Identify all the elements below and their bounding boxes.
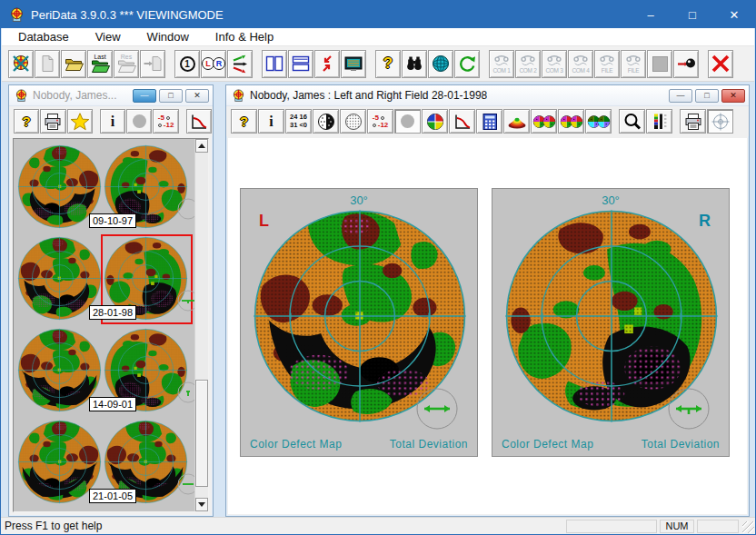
color-scale-button[interactable] xyxy=(646,109,672,134)
crosshair-icon xyxy=(711,112,731,132)
scroll-down-button[interactable] xyxy=(195,498,208,511)
import-exam-button[interactable] xyxy=(140,50,165,78)
color-map-button[interactable] xyxy=(422,109,448,134)
child-close-button[interactable]: ✕ xyxy=(721,89,745,103)
bebie-curve-button[interactable] xyxy=(449,109,475,134)
info-button[interactable]: i xyxy=(100,109,125,134)
com2-button[interactable]: COM 2 xyxy=(515,50,541,78)
values-table-button[interactable]: 24 16 31 <0 xyxy=(285,109,312,134)
child-restore-button[interactable]: □ xyxy=(159,89,183,103)
map-pair-icon xyxy=(559,113,584,131)
app-icon xyxy=(9,7,25,23)
file-label: FILE xyxy=(628,67,640,74)
menu-database[interactable]: Database xyxy=(9,30,78,44)
color-pie-icon xyxy=(425,112,445,132)
menu-info-help[interactable]: Info & Help xyxy=(206,30,283,44)
curve-icon xyxy=(189,112,209,132)
scrollbar-thumb[interactable] xyxy=(195,380,208,487)
file-export-button[interactable]: FILE xyxy=(594,50,620,78)
window-title: PeriData 3.9.0.3 *** VIEWINGMODE xyxy=(31,8,224,22)
res-folder-icon xyxy=(116,60,136,74)
exam-date-label: 21-01-05 xyxy=(89,489,136,503)
open-last-button[interactable]: Last xyxy=(87,50,113,78)
tile-horizontal-button[interactable] xyxy=(288,50,313,78)
gray-map-button[interactable] xyxy=(126,109,152,134)
single-field-button[interactable]: 1 xyxy=(174,50,200,78)
compare-series-button-1[interactable] xyxy=(531,109,557,134)
calculator-icon xyxy=(480,112,500,132)
fixation-indicator-icon xyxy=(413,385,461,432)
help-button[interactable]: ? xyxy=(375,50,401,78)
open-database-button[interactable] xyxy=(61,50,86,78)
dotted-map-button[interactable] xyxy=(340,109,366,134)
file-import-button[interactable]: FILE xyxy=(621,50,646,78)
favorites-button[interactable] xyxy=(67,109,93,134)
exit-button[interactable] xyxy=(708,50,733,78)
maximize-button[interactable]: □ xyxy=(671,1,713,28)
open-result-button[interactable]: Res xyxy=(114,50,139,78)
toolbar-separator xyxy=(94,106,100,136)
down-arrow-icon xyxy=(198,502,205,507)
gray-map-button[interactable] xyxy=(394,109,421,134)
child-minimize-button[interactable]: — xyxy=(669,89,692,103)
list-scrollbar[interactable] xyxy=(194,139,208,511)
resize-grip[interactable] xyxy=(742,521,754,533)
minimize-button[interactable]: – xyxy=(630,1,671,28)
bebie-curve-button[interactable] xyxy=(186,109,212,134)
blank-button[interactable] xyxy=(647,50,672,78)
single-field-icon: 1 xyxy=(180,56,195,72)
menu-view[interactable]: View xyxy=(86,30,130,44)
num-lock-indicator: NUM xyxy=(660,520,694,533)
exam-date-label: 28-01-98 xyxy=(89,305,136,320)
printer-icon xyxy=(43,112,63,132)
com1-button[interactable]: COM 1 xyxy=(489,50,514,78)
web-button[interactable] xyxy=(428,50,453,78)
defect-values-button[interactable]: -5 -12 xyxy=(153,109,178,134)
child-maximize-button[interactable]: □ xyxy=(695,89,719,103)
com4-button[interactable]: COM 4 xyxy=(568,50,593,78)
left-right-field-button[interactable]: L R xyxy=(201,50,226,78)
hill-of-vision-button[interactable] xyxy=(503,109,530,134)
gray-circle-icon xyxy=(133,114,146,128)
exam-date-label: 14-09-01 xyxy=(89,397,136,411)
new-exam-button[interactable] xyxy=(35,50,60,78)
compare-series-button-3[interactable] xyxy=(585,109,612,134)
exam-row[interactable]: 14-09-01 xyxy=(16,328,198,420)
menu-window[interactable]: Window xyxy=(138,30,198,44)
statistics-button[interactable] xyxy=(476,109,502,134)
refresh-button[interactable] xyxy=(454,50,480,78)
tile-vertical-button[interactable] xyxy=(262,50,287,78)
import-document-icon xyxy=(143,54,163,74)
toolbar-separator xyxy=(612,106,619,136)
exam-row[interactable]: 09-10-97 xyxy=(16,144,198,236)
defect-values-button[interactable]: -5 -12 xyxy=(367,109,393,134)
info-button[interactable]: i xyxy=(258,109,284,134)
exchange-fields-button[interactable] xyxy=(227,50,253,78)
right-field-panel: 30° R Color Defect Map Total Deviation xyxy=(492,188,730,457)
grayscale-map-button[interactable] xyxy=(313,109,339,134)
print-button[interactable] xyxy=(40,109,65,134)
full-screen-button[interactable] xyxy=(341,50,366,78)
send-button[interactable] xyxy=(673,50,699,78)
print-button[interactable] xyxy=(680,109,706,134)
deviation-label: Total Deviation xyxy=(642,438,720,451)
exit-database-button[interactable] xyxy=(8,50,34,78)
arrange-windows-button[interactable] xyxy=(314,50,340,78)
child-minimize-button[interactable]: — xyxy=(133,89,156,103)
child-close-button[interactable]: ✕ xyxy=(185,89,209,103)
compare-series-button-2[interactable] xyxy=(558,109,584,134)
fixation-button[interactable] xyxy=(707,109,733,134)
com2-label: COM 2 xyxy=(519,67,536,74)
status-message: Press F1 to get help xyxy=(5,520,102,532)
com3-button[interactable]: COM 3 xyxy=(542,50,567,78)
scroll-up-button[interactable] xyxy=(195,139,208,153)
blank-icon xyxy=(652,56,668,72)
close-button[interactable]: ✕ xyxy=(713,1,755,28)
help-button[interactable]: ? xyxy=(231,109,257,134)
search-button[interactable] xyxy=(402,50,427,78)
zoom-button[interactable] xyxy=(619,109,645,134)
help-icon: ? xyxy=(383,55,393,72)
exam-row-selected[interactable]: 28-01-98 xyxy=(16,236,198,328)
exam-row[interactable]: 21-01-05 xyxy=(16,420,198,511)
help-button[interactable]: ? xyxy=(14,109,39,134)
